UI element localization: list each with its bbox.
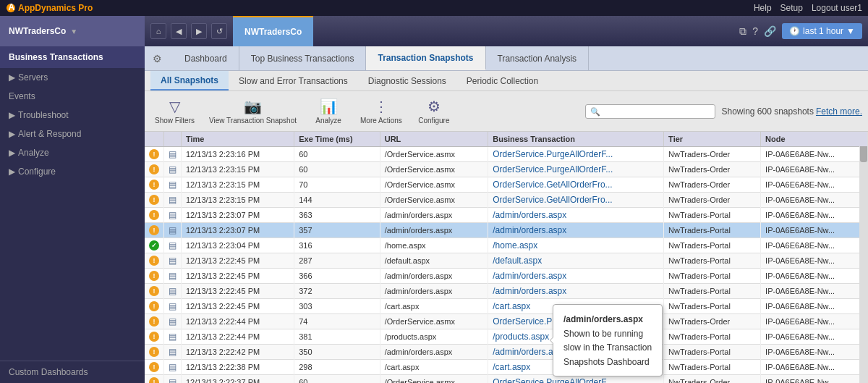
cell-doc: ▤: [164, 223, 182, 238]
cell-url: /cart.aspx: [380, 360, 488, 375]
content-area: ⚙ Dashboard Top Business Transactions Tr…: [145, 46, 868, 383]
sidebar-custom-dashboards[interactable]: Custom Dashboards: [0, 361, 145, 383]
more-actions-button[interactable]: ⋮ More Actions: [356, 96, 407, 127]
doc-icon: ▤: [169, 347, 176, 357]
search-input[interactable]: [585, 104, 715, 119]
sidebar-item-configure[interactable]: ▶ Configure: [0, 162, 145, 181]
tab-transaction-snapshots[interactable]: Transaction Snapshots: [366, 46, 485, 70]
cell-node: IP-0A6E6A8E-Nw...: [761, 177, 868, 193]
tab-top-business-transactions[interactable]: Top Business Transactions: [239, 46, 367, 70]
table-row[interactable]: ! ▤ 12/13/13 2:22:45 PM 287 /default.asp…: [145, 253, 868, 269]
cell-tier: NwTraders-Order: [664, 375, 761, 384]
show-filters-button[interactable]: ▽ Show Filters: [150, 96, 199, 127]
app-title[interactable]: NWTradersCo ▼: [0, 16, 145, 46]
doc-icon: ▤: [169, 316, 176, 327]
cell-doc: ▤: [164, 162, 182, 177]
status-warning-icon: !: [149, 164, 159, 174]
doc-icon: ▤: [169, 240, 176, 251]
sub-tab-all-snapshots[interactable]: All Snapshots: [150, 71, 229, 91]
main-tab[interactable]: NWTradersCo: [233, 16, 313, 46]
table-row[interactable]: ! ▤ 12/13/13 2:23:07 PM 363 /admin/order…: [145, 208, 868, 223]
table-row[interactable]: ! ▤ 12/13/13 2:23:07 PM 357 /admin/order…: [145, 223, 868, 238]
status-warning-icon: !: [149, 149, 159, 159]
sub-tab-periodic-collection[interactable]: Periodic Collection: [456, 71, 548, 91]
table-row[interactable]: ! ▤ 12/13/13 2:22:45 PM 366 /admin/order…: [145, 269, 868, 284]
back-button[interactable]: ◀: [171, 23, 187, 39]
setup-link[interactable]: Setup: [780, 3, 803, 13]
table-row[interactable]: ! ▤ 12/13/13 2:23:15 PM 60 /OrderService…: [145, 162, 868, 177]
forward-button[interactable]: ▶: [191, 23, 207, 39]
table-row[interactable]: ! ▤ 12/13/13 2:23:15 PM 70 /OrderService…: [145, 177, 868, 193]
time-selector[interactable]: 🕐 last 1 hour ▼: [782, 23, 862, 39]
table-row[interactable]: ! ▤ 12/13/13 2:22:44 PM 381 /products.as…: [145, 329, 868, 345]
cell-doc: ▤: [164, 208, 182, 223]
table-row[interactable]: ! ▤ 12/13/13 2:22:45 PM 303 /cart.aspx /…: [145, 299, 868, 314]
cell-bt: OrderService.GetAllOrderFro...: [488, 177, 664, 193]
home-button[interactable]: ⌂: [150, 23, 166, 39]
analyze-button[interactable]: 📊 Analyze: [307, 96, 350, 127]
doc-icon: ▤: [169, 149, 176, 159]
cell-exe-time: 303: [294, 299, 380, 314]
view-transaction-snapshot-button[interactable]: 📷 View Transaction Snapshot: [205, 96, 301, 127]
sidebar-item-servers[interactable]: ▶ Servers: [0, 68, 145, 87]
chart-icon: 📊: [320, 98, 338, 115]
cell-tier: NwTraders-Portal: [664, 345, 761, 360]
tab-transaction-analysis[interactable]: Transaction Analysis: [486, 46, 590, 70]
toolbar: ▽ Show Filters 📷 View Transaction Snapsh…: [145, 91, 868, 132]
refresh-button[interactable]: ↺: [211, 23, 227, 39]
cell-url: /default.aspx: [380, 253, 488, 269]
snapshot-icon[interactable]: ⧉: [739, 25, 746, 38]
doc-icon: ▤: [169, 286, 176, 296]
question-icon[interactable]: ?: [752, 25, 758, 37]
sidebar-item-events[interactable]: Events: [0, 87, 145, 106]
tab-dashboard[interactable]: Dashboard: [173, 46, 239, 70]
table-row[interactable]: ! ▤ 12/13/13 2:23:15 PM 144 /OrderServic…: [145, 193, 868, 208]
sidebar-item-business-transactions[interactable]: Business Transactions: [0, 46, 145, 68]
camera-icon: 📷: [244, 98, 262, 115]
cell-status: !: [145, 284, 164, 299]
sidebar-item-troubleshoot[interactable]: ▶ Troubleshoot: [0, 106, 145, 125]
cell-url: /admin/orders.aspx: [380, 223, 488, 238]
cell-exe-time: 60: [294, 147, 380, 162]
doc-icon: ▤: [169, 377, 176, 383]
table-row[interactable]: ! ▤ 12/13/13 2:22:38 PM 298 /cart.aspx /…: [145, 360, 868, 375]
logout-link[interactable]: Logout user1: [812, 3, 862, 13]
scrollbar[interactable]: [859, 132, 868, 383]
configure-button[interactable]: ⚙ Configure: [412, 96, 456, 127]
doc-icon: ▤: [169, 225, 176, 235]
cell-time: 12/13/13 2:23:15 PM: [182, 193, 294, 208]
table-row[interactable]: ✓ ▤ 12/13/13 2:23:04 PM 316 /home.aspx /…: [145, 238, 868, 253]
link-icon[interactable]: 🔗: [764, 25, 776, 37]
svg-text:A: A: [9, 3, 15, 12]
tab-tools: ⚙: [145, 46, 170, 70]
table-row[interactable]: ! ▤ 12/13/13 2:22:42 PM 350 /admin/order…: [145, 345, 868, 360]
cell-bt: /admin/orders.aspx: [488, 269, 664, 284]
col-url: URL: [380, 132, 488, 147]
cell-url: /OrderService.asmx: [380, 375, 488, 384]
table-container: Time Exe Time (ms) URL Business Transact…: [145, 132, 868, 383]
cell-doc: ▤: [164, 299, 182, 314]
cell-status: !: [145, 223, 164, 238]
cell-doc: ▤: [164, 193, 182, 208]
chevron-down-icon: ▼: [846, 26, 855, 36]
doc-icon: ▤: [169, 210, 176, 220]
toolbar-search: Showing 600 snapshots Fetch more.: [585, 104, 862, 119]
fetch-more-link[interactable]: Fetch more.: [816, 106, 862, 117]
cell-status: !: [145, 208, 164, 223]
cell-tier: NwTraders-Portal: [664, 223, 761, 238]
tooltip-line3: slow in the Transaction: [563, 342, 652, 353]
sub-tab-slow-error[interactable]: Slow and Error Transactions: [229, 71, 358, 91]
sub-tab-diagnostic-sessions[interactable]: Diagnostic Sessions: [358, 71, 456, 91]
table-row[interactable]: ! ▤ 12/13/13 2:22:37 PM 60 /OrderService…: [145, 375, 868, 384]
table-row[interactable]: ! ▤ 12/13/13 2:23:16 PM 60 /OrderService…: [145, 147, 868, 162]
sidebar-item-analyze[interactable]: ▶ Analyze: [0, 143, 145, 162]
tooltip-line2: Shown to be running: [563, 329, 643, 339]
help-link[interactable]: Help: [754, 3, 772, 13]
cell-node: IP-0A6E6A8E-Nw...: [761, 299, 868, 314]
filter-icon[interactable]: ⚙: [153, 53, 162, 64]
cell-node: IP-0A6E6A8E-Nw...: [761, 314, 868, 329]
table-row[interactable]: ! ▤ 12/13/13 2:22:45 PM 372 /admin/order…: [145, 284, 868, 299]
table-row[interactable]: ! ▤ 12/13/13 2:22:44 PM 74 /OrderService…: [145, 314, 868, 329]
sidebar-item-alert-respond[interactable]: ▶ Alert & Respond: [0, 125, 145, 143]
status-warning-icon: !: [149, 286, 159, 296]
